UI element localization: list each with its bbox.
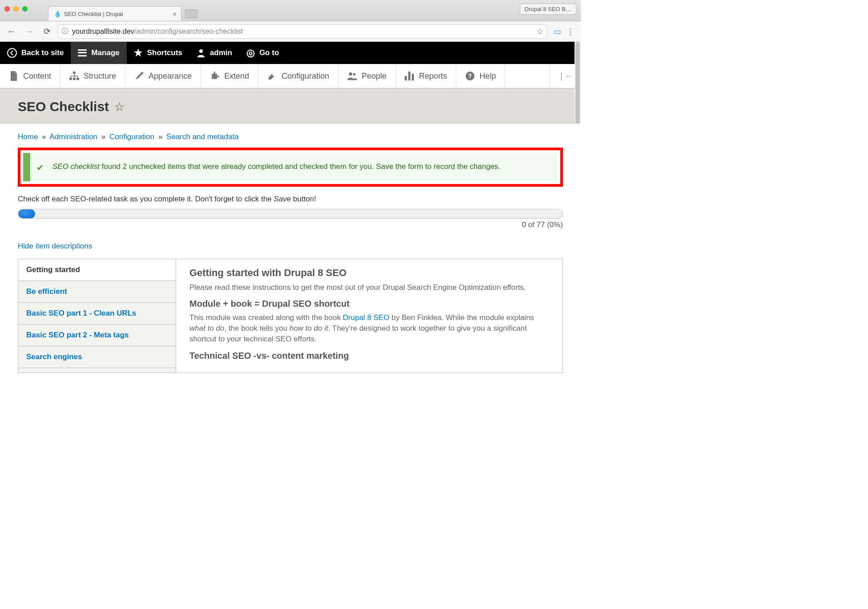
- vertical-tabs: Getting started Be efficient Basic SEO p…: [18, 259, 176, 373]
- breadcrumb-config[interactable]: Configuration: [109, 132, 154, 141]
- address-bar[interactable]: ⓘ yourdrupal8site.dev/admin/config/searc…: [58, 24, 547, 39]
- svg-rect-10: [408, 72, 410, 80]
- breadcrumb: Home » Administration » Configuration » …: [18, 131, 563, 148]
- menu-content[interactable]: Content: [0, 64, 60, 88]
- maximize-window-button[interactable]: [22, 6, 28, 12]
- manage-label: Manage: [91, 48, 119, 57]
- url-path: /admin/config/search/seo-checklist: [134, 28, 243, 35]
- help-icon: ?: [465, 71, 475, 81]
- reload-button[interactable]: ⟳: [41, 24, 53, 38]
- target-icon: ◎: [246, 47, 255, 59]
- menu-reports-label: Reports: [419, 72, 447, 81]
- menu-appearance[interactable]: Appearance: [125, 64, 201, 88]
- status-prefix: SEO checklist: [52, 162, 100, 171]
- svg-rect-5: [76, 78, 79, 80]
- people-icon: [347, 71, 357, 81]
- admin-user-menu[interactable]: admin: [189, 42, 239, 64]
- menu-extend[interactable]: Extend: [201, 64, 258, 88]
- svg-rect-2: [73, 72, 76, 74]
- window-controls: [4, 6, 28, 12]
- browser-toolbar: ← → ⟳ ⓘ yourdrupal8site.dev/admin/config…: [0, 21, 581, 42]
- svg-rect-3: [69, 78, 72, 80]
- back-to-site-link[interactable]: Back to site: [0, 42, 71, 64]
- drupal-toolbar: Back to site Manage ★ Shortcuts admin ◎ …: [0, 42, 581, 64]
- shortcuts-menu[interactable]: ★ Shortcuts: [127, 42, 189, 64]
- collapse-icon: ❘←: [558, 71, 573, 81]
- toggle-descriptions-link[interactable]: Hide item descriptions: [18, 242, 92, 251]
- status-message: ✔ SEO checklist found 2 unchecked items …: [23, 153, 558, 181]
- drupal-8-seo-link[interactable]: Drupal 8 SEO: [343, 313, 390, 322]
- url-host: yourdrupal8site.dev: [72, 28, 134, 35]
- vertical-tabs-container: Getting started Be efficient Basic SEO p…: [18, 259, 563, 373]
- svg-text:?: ?: [468, 72, 472, 80]
- menu-content-label: Content: [23, 72, 51, 81]
- page-header: SEO Checklist ☆: [0, 88, 581, 124]
- panel-subheading-2: Technical SEO -vs- content marketing: [189, 351, 549, 361]
- minimize-window-button[interactable]: [13, 6, 19, 12]
- shortcuts-label: Shortcuts: [147, 48, 182, 57]
- admin-user-label: admin: [210, 48, 232, 57]
- menu-people[interactable]: People: [338, 64, 396, 88]
- menu-reports[interactable]: Reports: [396, 64, 456, 88]
- panel-paragraph-1: Please read these instructions to get th…: [189, 282, 549, 293]
- drupal-favicon-icon: 💧: [54, 10, 61, 17]
- menu-help-label: Help: [479, 72, 496, 81]
- status-text: found 2 unchecked items that were alread…: [100, 162, 501, 171]
- svg-point-7: [349, 72, 352, 76]
- svg-rect-11: [412, 74, 414, 80]
- menu-appearance-label: Appearance: [149, 72, 192, 81]
- bookmark-star-icon[interactable]: ☆: [536, 27, 543, 36]
- menu-extend-label: Extend: [224, 72, 249, 81]
- svg-point-1: [199, 49, 203, 53]
- back-button[interactable]: ←: [4, 25, 18, 38]
- svg-rect-9: [405, 76, 407, 80]
- favorite-star-icon[interactable]: ☆: [114, 100, 125, 114]
- breadcrumb-home[interactable]: Home: [18, 132, 38, 141]
- progress-text: 0 of 77 (0%): [18, 220, 563, 229]
- close-tab-icon[interactable]: ×: [173, 10, 177, 18]
- content-icon: [9, 71, 19, 81]
- checkmark-icon: ✔: [36, 161, 44, 174]
- hamburger-icon: [78, 49, 87, 56]
- browser-titlebar: 💧 SEO Checklist | Drupal × Drupal 8 SEO …: [0, 0, 581, 21]
- tab-title: SEO Checklist | Drupal: [64, 11, 123, 17]
- menu-help[interactable]: ? Help: [456, 64, 505, 88]
- intro-text: Check off each SEO-related task as you c…: [18, 192, 563, 209]
- menu-structure[interactable]: Structure: [60, 64, 125, 88]
- progress-fill: [18, 209, 35, 218]
- responsive-icon[interactable]: ▭: [554, 27, 561, 36]
- svg-point-8: [353, 73, 356, 76]
- progress-bar: [18, 209, 563, 219]
- close-window-button[interactable]: [4, 6, 10, 12]
- tab-clean-urls[interactable]: Basic SEO part 1 - Clean URLs: [18, 303, 176, 325]
- page-title: SEO Checklist: [18, 99, 109, 114]
- back-to-site-label: Back to site: [21, 48, 64, 57]
- user-profile-button[interactable]: Drupal 8 SEO B…: [520, 4, 577, 15]
- svg-point-0: [8, 48, 16, 57]
- panel-heading: Getting started with Drupal 8 SEO: [189, 267, 549, 279]
- tab-search-engines[interactable]: Search engines: [18, 346, 176, 368]
- star-icon: ★: [134, 47, 143, 59]
- breadcrumb-search[interactable]: Search and metadata: [166, 132, 239, 141]
- svg-rect-4: [73, 78, 76, 80]
- tab-getting-started[interactable]: Getting started: [18, 259, 176, 281]
- browser-tab[interactable]: 💧 SEO Checklist | Drupal ×: [48, 6, 181, 21]
- breadcrumb-admin[interactable]: Administration: [49, 132, 97, 141]
- manage-menu[interactable]: Manage: [71, 42, 126, 64]
- new-tab-button[interactable]: [185, 9, 197, 18]
- forward-button[interactable]: →: [23, 25, 36, 38]
- goto-label: Go to: [259, 48, 279, 57]
- appearance-icon: [134, 71, 144, 81]
- tab-be-efficient[interactable]: Be efficient: [18, 281, 176, 303]
- back-arrow-icon: [7, 48, 17, 58]
- tab-meta-tags[interactable]: Basic SEO part 2 - Meta tags: [18, 325, 176, 346]
- browser-menu-icon[interactable]: ⋮: [567, 27, 575, 36]
- tab-panel: Getting started with Drupal 8 SEO Please…: [176, 259, 563, 373]
- site-info-icon[interactable]: ⓘ: [62, 27, 68, 36]
- reports-icon: [405, 71, 414, 81]
- structure-icon: [69, 71, 79, 81]
- panel-subheading-1: Module + book = Drupal SEO shortcut: [189, 299, 549, 309]
- goto-menu[interactable]: ◎ Go to: [239, 42, 286, 64]
- menu-structure-label: Structure: [84, 72, 116, 81]
- menu-configuration[interactable]: Configuration: [258, 64, 338, 88]
